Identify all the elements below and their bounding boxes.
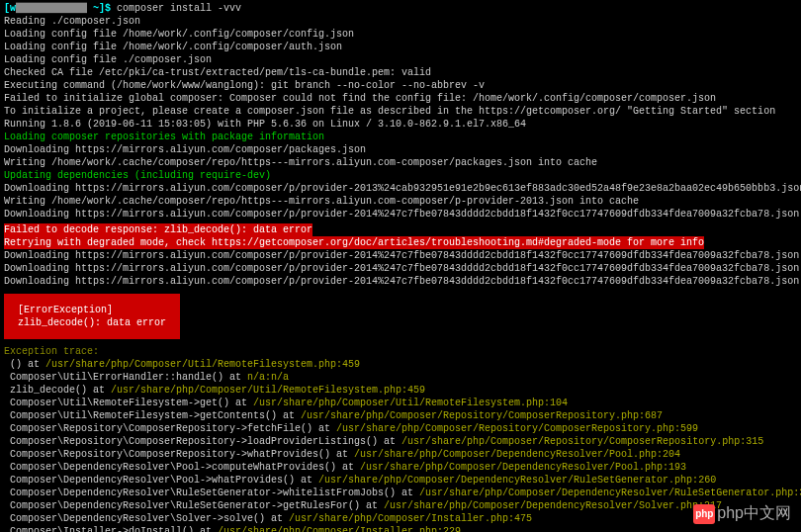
output-line: Reading ./composer.json [4, 15, 797, 28]
trace-list: () at /usr/share/php/Composer/Util/Remot… [4, 358, 797, 532]
trace-item: Composer\DependencyResolver\RuleSetGener… [4, 487, 797, 499]
output-line: Running 1.8.6 (2019-06-11 15:03:05) with… [4, 118, 797, 131]
error-exception-box: [ErrorException] zlib_decode(): data err… [4, 294, 180, 339]
output-line: Downloading https://mirrors.aliyun.com/c… [4, 182, 797, 195]
output-line: Writing /home/work/.cache/composer/repo/… [4, 195, 797, 208]
trace-header: Exception trace: [4, 345, 797, 358]
watermark-text: php中文网 [717, 503, 791, 524]
error-title: [ErrorException] [18, 304, 166, 316]
status-line: Loading composer repositories with packa… [4, 131, 797, 143]
trace-item: Composer\Installer->doInstall() at /usr/… [4, 525, 797, 532]
php-icon: php [693, 504, 715, 524]
trace-item: Composer\Repository\ComposerRepository->… [4, 448, 797, 461]
output-line: Downloading https://mirrors.aliyun.com/c… [4, 208, 797, 221]
output-line: Loading config file /home/work/.config/c… [4, 41, 797, 53]
output-line: Downloading https://mirrors.aliyun.com/c… [4, 275, 797, 288]
output-line: Writing /home/work/.cache/composer/repo/… [4, 156, 797, 169]
output-line: Failed to initialize global composer: Co… [4, 92, 797, 105]
output-line: Downloading https://mirrors.aliyun.com/c… [4, 262, 797, 275]
watermark: php php中文网 [693, 503, 791, 524]
trace-item: Composer\Repository\ComposerRepository->… [4, 422, 797, 435]
error-line: Retrying with degraded mode, check https… [4, 236, 797, 249]
trace-item: Composer\Util\RemoteFilesystem->getConte… [4, 409, 797, 422]
output-line: Checked CA file /etc/pki/ca-trust/extrac… [4, 66, 797, 79]
prompt-line: [w████████████ ~]$ composer install -vvv [4, 2, 797, 15]
trace-item: () at /usr/share/php/Composer/Util/Remot… [4, 358, 797, 371]
error-line: Failed to decode response: zlib_decode()… [4, 223, 797, 236]
trace-item: Composer\DependencyResolver\RuleSetGener… [4, 499, 797, 512]
output-line: To initialize a project, please create a… [4, 105, 797, 118]
output-line: Downloading https://mirrors.aliyun.com/c… [4, 249, 797, 262]
trace-item: Composer\DependencyResolver\Solver->solv… [4, 512, 797, 525]
trace-item: zlib_decode() at /usr/share/php/Composer… [4, 384, 797, 397]
trace-item: Composer\Util\ErrorHandler::handle() at … [4, 371, 797, 384]
trace-item: Composer\DependencyResolver\Pool->comput… [4, 461, 797, 474]
output-line: Loading config file /home/work/.config/c… [4, 28, 797, 41]
trace-item: Composer\Util\RemoteFilesystem->get() at… [4, 397, 797, 409]
output-line: Loading config file ./composer.json [4, 53, 797, 66]
trace-item: Composer\DependencyResolver\Pool->whatPr… [4, 474, 797, 487]
status-line: Updating dependencies (including require… [4, 169, 797, 182]
terminal[interactable]: [w████████████ ~]$ composer install -vvv… [4, 2, 797, 532]
output-line: Downloading https://mirrors.aliyun.com/c… [4, 143, 797, 156]
error-msg: zlib_decode(): data error [18, 316, 166, 329]
trace-item: Composer\Repository\ComposerRepository->… [4, 435, 797, 448]
output-line: Executing command (/home/work/www/wanglo… [4, 79, 797, 92]
